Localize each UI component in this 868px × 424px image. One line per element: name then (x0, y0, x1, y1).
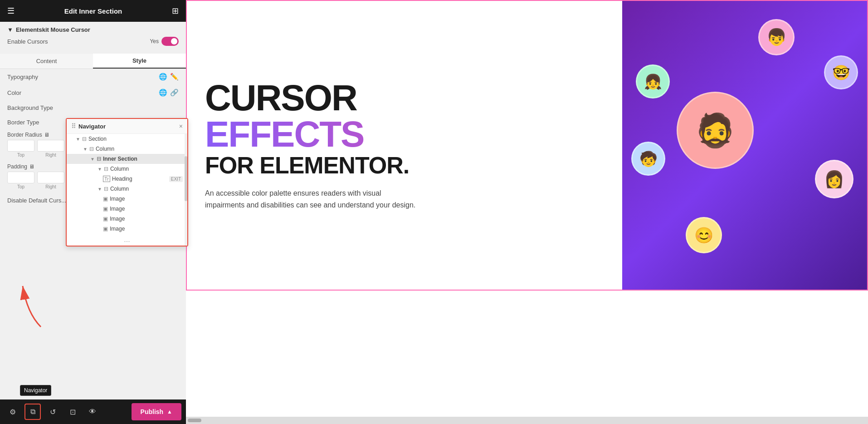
background-type-row: Background Type (0, 101, 186, 115)
avatar-3: 🤓 (824, 55, 858, 89)
padding-responsive-icon[interactable]: 🖥 (29, 163, 34, 170)
nav-item-section[interactable]: ▼ ⊟ Section (67, 134, 186, 144)
effects-title: EFFECTS (205, 116, 609, 153)
column1-icon: ⊟ (89, 146, 94, 152)
image4-label: Image (110, 226, 183, 232)
padding-text: Padding (7, 163, 27, 170)
background-type-label: Background Type (7, 104, 53, 111)
column3-icon: ⊟ (104, 186, 108, 192)
border-radius-top-group: Top (7, 140, 34, 158)
padding-top-group: Top (7, 172, 34, 189)
enable-cursors-toggle[interactable] (161, 37, 179, 46)
publish-label: Publish (141, 408, 164, 415)
image2-icon: ▣ (103, 206, 108, 212)
typography-globe-icon[interactable]: 🌐 (159, 73, 167, 81)
navigator-scrollbar-thumb[interactable] (185, 156, 186, 201)
navigator-scrollbar-track[interactable] (185, 134, 186, 246)
publish-chevron-icon: ▲ (167, 409, 172, 415)
typography-controls: 🌐 ✏️ (159, 73, 179, 81)
padding-right-input[interactable] (37, 172, 64, 183)
nav-item-image-2[interactable]: ▣ Image (67, 204, 186, 214)
heading-exit-label[interactable]: EXIT (169, 176, 183, 182)
text-column: CURSOR EFFECTS FOR ELEMENTOR. An accessi… (187, 1, 622, 290)
nav-item-column-3[interactable]: ▼ ⊟ Column (67, 184, 186, 194)
toolbar-left: ⚙ ⧉ ↺ ⊡ 👁 (5, 404, 101, 420)
toggle-yes-label: Yes (150, 38, 159, 44)
mouse-cursor-section: ▼ Elementskit Mouse Cursor Enable Cursor… (0, 22, 186, 54)
tab-style[interactable]: Style (93, 54, 186, 69)
inner-section-label: Inner Section (103, 156, 183, 162)
avatar-5: 🧒 (631, 142, 665, 176)
nav-item-column-1[interactable]: ▼ ⊟ Column (67, 144, 186, 154)
section-arrow-icon: ▼ (76, 137, 80, 142)
navigator-tooltip-text: Navigator (24, 387, 47, 394)
navigator-close-icon[interactable]: × (179, 123, 183, 130)
mouse-cursor-arrow[interactable]: ▼ (7, 26, 13, 33)
hamburger-icon[interactable]: ☰ (7, 6, 15, 16)
disable-cursors-label: Disable Default Curs... (7, 197, 66, 204)
section-label: Section (88, 136, 183, 142)
image1-label: Image (110, 196, 183, 202)
avatar-7: 😊 (686, 217, 722, 253)
typography-label: Typography (7, 74, 38, 80)
nav-item-image-4[interactable]: ▣ Image (67, 224, 186, 234)
image4-icon: ▣ (103, 226, 108, 232)
navigator-header: ⠿ Navigator × (67, 119, 186, 134)
responsive-icon: ⊡ (70, 408, 76, 416)
responsive-button[interactable]: ⊡ (64, 404, 81, 420)
nav-item-column-2[interactable]: ▼ ⊟ Column (67, 164, 186, 174)
padding-top-input[interactable] (7, 172, 34, 183)
color-link-icon[interactable]: 🔗 (170, 89, 179, 97)
border-radius-top-label: Top (17, 153, 24, 158)
for-elementor-text: FOR ELEMENTOR. (205, 153, 609, 178)
border-radius-right-input[interactable] (37, 140, 64, 152)
avatar-4: 🧔 (677, 92, 754, 169)
color-controls: 🌐 🔗 (159, 89, 179, 97)
nav-item-heading[interactable]: Tr Heading EXIT (67, 174, 186, 184)
preview-icon: 👁 (89, 408, 96, 416)
navigator-button[interactable]: ⧉ (24, 404, 41, 420)
content-section: CURSOR EFFECTS FOR ELEMENTOR. An accessi… (186, 0, 868, 291)
purple-column: 👦 👧 🤓 🧔 🧒 (622, 1, 867, 290)
border-radius-responsive-icon[interactable]: 🖥 (44, 132, 49, 138)
description-text: An accessible color palette ensures read… (205, 187, 423, 211)
history-button[interactable]: ↺ (44, 404, 61, 420)
history-icon: ↺ (50, 408, 56, 416)
image1-icon: ▣ (103, 196, 108, 202)
border-radius-top-input[interactable] (7, 140, 34, 152)
typography-edit-icon[interactable]: ✏️ (170, 73, 179, 81)
border-radius-right-label: Right (45, 153, 56, 158)
column3-arrow-icon: ▼ (98, 187, 102, 192)
navigator-drag-handle[interactable]: ⠿ (71, 123, 76, 130)
nav-item-image-1[interactable]: ▣ Image (67, 194, 186, 204)
color-row: Color 🌐 🔗 (0, 85, 186, 101)
preview-button[interactable]: 👁 (84, 404, 101, 420)
tab-content[interactable]: Content (0, 54, 93, 69)
header-title: Edit Inner Section (64, 7, 122, 15)
horizontal-scrollbar[interactable] (186, 417, 868, 424)
cursor-title: CURSOR (205, 80, 609, 116)
color-label: Color (7, 89, 21, 96)
inner-section-icon: ⊟ (97, 156, 101, 162)
color-globe-icon[interactable]: 🌐 (159, 89, 167, 97)
navigator-body: ▼ ⊟ Section ▼ ⊟ Column ▼ (67, 134, 186, 246)
avatar-1: 👦 (758, 19, 795, 55)
nav-item-inner-section[interactable]: ▼ ⊟ Inner Section (67, 154, 186, 164)
image3-label: Image (110, 216, 183, 222)
navigator-title-text: Navigator (78, 123, 106, 130)
image2-label: Image (110, 206, 183, 212)
settings-icon: ⚙ (10, 408, 16, 416)
typography-row: Typography 🌐 ✏️ (0, 69, 186, 85)
grid-icon[interactable]: ⊞ (172, 6, 179, 16)
heading-label: Heading (112, 176, 167, 182)
settings-button[interactable]: ⚙ (5, 404, 21, 420)
column1-arrow-icon: ▼ (83, 147, 88, 152)
publish-button[interactable]: Publish ▲ (132, 403, 181, 420)
avatar-2: 👧 (636, 64, 670, 99)
heading-icon: Tr (103, 176, 110, 182)
border-type-label: Border Type (7, 119, 39, 126)
section-icon: ⊟ (82, 136, 87, 142)
column1-label: Column (96, 146, 183, 152)
nav-item-image-3[interactable]: ▣ Image (67, 214, 186, 224)
navigator-layers-icon: ⧉ (30, 408, 35, 416)
